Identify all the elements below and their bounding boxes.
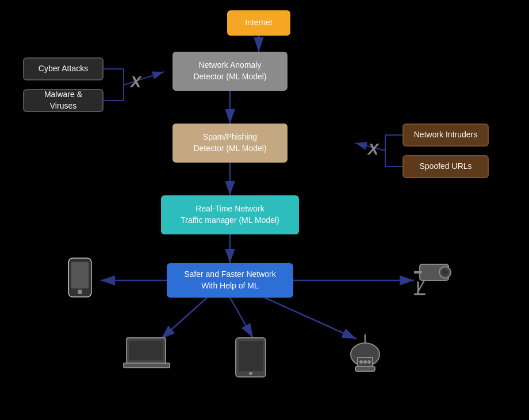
- security-camera-icon: [414, 264, 451, 294]
- svg-line-9: [124, 72, 164, 85]
- svg-rect-28: [414, 271, 422, 273]
- svg-rect-25: [420, 264, 448, 280]
- svg-point-27: [442, 269, 448, 275]
- svg-rect-35: [236, 338, 266, 377]
- network-intruders-box: Network Intruders: [402, 124, 489, 147]
- smartphone-icon: [69, 259, 91, 296]
- anomaly-detector-box: Network AnomalyDetector (ML Model): [172, 52, 288, 91]
- internet-label: Internet: [245, 17, 272, 29]
- tablet-icon: [236, 338, 266, 377]
- svg-line-20: [264, 298, 356, 339]
- svg-line-19: [230, 298, 253, 338]
- spam-detector-box: Spam/PhishingDetector (ML Model): [172, 124, 288, 163]
- malware-viruses-box: Malware & Viruses: [23, 89, 103, 112]
- realtime-label: Real-Time NetworkTraffic manager (ML Mod…: [181, 203, 279, 226]
- svg-line-18: [161, 298, 207, 339]
- spam-label: Spam/PhishingDetector (ML Model): [193, 132, 266, 154]
- router-icon: [351, 334, 379, 371]
- svg-rect-39: [358, 357, 373, 368]
- svg-rect-21: [69, 259, 91, 296]
- svg-rect-33: [129, 341, 163, 360]
- svg-line-14: [355, 143, 385, 151]
- laptop-icon: [124, 338, 170, 368]
- svg-point-38: [351, 343, 379, 366]
- svg-point-43: [367, 360, 371, 364]
- realtime-manager-box: Real-Time NetworkTraffic manager (ML Mod…: [161, 195, 299, 234]
- svg-rect-40: [355, 367, 375, 371]
- svg-rect-32: [126, 338, 166, 363]
- safer-network-box: Safer and Faster NetworkWith Help of ML: [167, 263, 293, 298]
- cyber-attacks-box: Cyber Attacks: [23, 57, 103, 80]
- cyber-attacks-label: Cyber Attacks: [39, 63, 88, 75]
- svg-point-42: [363, 360, 367, 364]
- intruders-label: Network Intruders: [414, 129, 477, 141]
- svg-rect-34: [124, 363, 170, 368]
- svg-point-26: [439, 267, 451, 278]
- svg-rect-36: [239, 341, 263, 371]
- svg-point-24: [78, 290, 82, 294]
- malware-label: Malware & Viruses: [31, 89, 95, 111]
- svg-text:X: X: [129, 73, 143, 91]
- safer-label: Safer and Faster NetworkWith Help of ML: [184, 269, 276, 291]
- svg-point-41: [359, 360, 363, 364]
- spoofed-label: Spoofed URLs: [419, 161, 471, 172]
- svg-text:X: X: [367, 140, 380, 158]
- svg-rect-22: [69, 259, 91, 296]
- anomaly-label: Network AnomalyDetector (ML Model): [193, 60, 266, 82]
- svg-point-37: [249, 372, 252, 375]
- internet-box: Internet: [227, 10, 290, 36]
- spoofed-urls-box: Spoofed URLs: [402, 155, 489, 178]
- diagram-container: Internet Network AnomalyDetector (ML Mod…: [0, 0, 529, 420]
- svg-rect-23: [71, 262, 89, 288]
- svg-line-31: [419, 280, 424, 291]
